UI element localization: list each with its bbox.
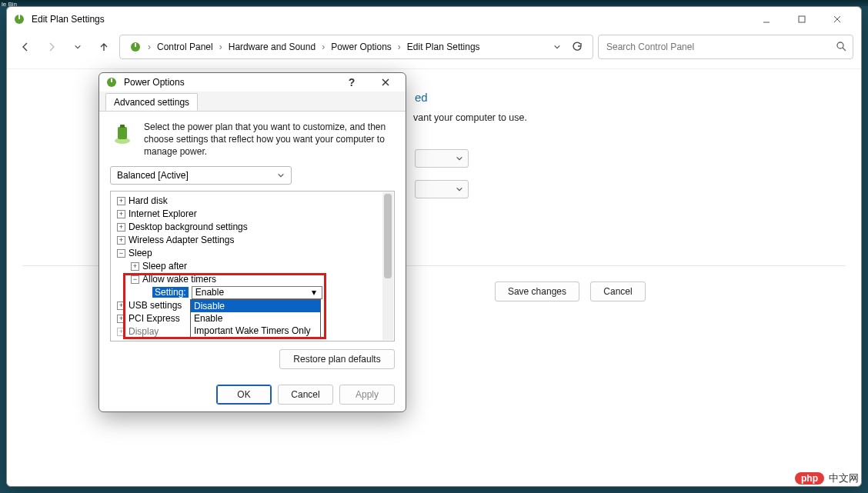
close-button[interactable] — [820, 8, 855, 31]
svg-rect-1 — [18, 15, 20, 19]
dialog-intro-text: Select the power plan that you want to c… — [144, 121, 395, 158]
chevron-down-icon — [277, 172, 285, 179]
expand-icon[interactable]: + — [117, 301, 125, 310]
window-title: Edit Plan Settings — [32, 14, 749, 25]
search-bar[interactable] — [598, 35, 853, 59]
dialog-body: Select the power plan that you want to c… — [99, 112, 406, 377]
expand-icon[interactable]: + — [117, 328, 125, 336]
chevron-right-icon: › — [218, 42, 224, 52]
tree-label: Sleep after — [142, 261, 187, 271]
tree-node-wake-timers[interactable]: −Allow wake timers — [112, 273, 392, 286]
nav-row: › Control Panel › Hardware and Sound › P… — [7, 32, 861, 62]
tree-label: USB settings — [129, 300, 182, 311]
tree-label: PCI Express — [129, 313, 180, 324]
minimize-button[interactable] — [749, 8, 784, 31]
save-changes-button[interactable]: Save changes — [495, 281, 579, 301]
breadcrumb[interactable]: Edit Plan Settings — [404, 40, 483, 54]
breadcrumb[interactable]: Power Options — [328, 40, 395, 54]
battery-icon — [110, 121, 135, 145]
scrollbar-thumb[interactable] — [384, 194, 392, 278]
collapse-icon[interactable]: − — [131, 275, 139, 284]
power-plan-select[interactable]: Balanced [Active] — [110, 166, 292, 185]
tree-label: Hard disk — [129, 195, 168, 206]
tab-strip: Advanced settings — [99, 92, 406, 112]
scrollbar[interactable] — [382, 192, 393, 340]
search-icon[interactable] — [836, 41, 846, 54]
ok-button[interactable]: OK — [216, 385, 272, 405]
breadcrumb[interactable]: Control Panel — [154, 40, 216, 54]
settings-tree[interactable]: +Hard disk +Internet Explorer +Desktop b… — [110, 191, 395, 341]
tree-node-wifi[interactable]: +Wireless Adapter Settings — [112, 234, 392, 247]
up-button[interactable] — [93, 36, 115, 58]
svg-rect-11 — [111, 78, 112, 82]
refresh-icon[interactable] — [568, 42, 586, 52]
dropdown-option-disable[interactable]: Disable — [191, 300, 320, 312]
tree-label: Desktop background settings — [129, 222, 248, 232]
watermark-text: 中文网 — [829, 471, 859, 485]
power-icon — [105, 76, 118, 88]
back-button[interactable] — [15, 36, 36, 58]
chevron-right-icon: › — [146, 42, 152, 52]
select-fragment[interactable] — [415, 149, 469, 168]
chevron-right-icon: › — [396, 42, 402, 52]
expand-icon[interactable]: + — [117, 223, 125, 232]
dialog-cancel-button[interactable]: Cancel — [278, 385, 333, 405]
restore-defaults-button[interactable]: Restore plan defaults — [279, 349, 395, 369]
apply-button[interactable]: Apply — [339, 385, 395, 405]
page-text-fragment: vant your computer to use. — [413, 112, 527, 123]
expand-icon[interactable]: + — [117, 236, 125, 245]
tree-label: Internet Explorer — [129, 208, 197, 219]
svg-rect-7 — [135, 43, 136, 47]
power-icon — [13, 13, 25, 25]
watermark-pill: php — [795, 472, 824, 485]
power-plan-value: Balanced [Active] — [117, 170, 189, 181]
forward-button[interactable] — [41, 36, 62, 58]
svg-rect-3 — [799, 16, 805, 22]
tree-node-sleep[interactable]: −Sleep — [112, 247, 392, 260]
expand-icon[interactable]: + — [131, 262, 139, 271]
page-heading-fragment: ed — [415, 91, 428, 104]
svg-rect-15 — [118, 127, 127, 139]
tree-node-hard-disk[interactable]: +Hard disk — [112, 195, 392, 208]
collapse-icon[interactable]: − — [117, 249, 125, 258]
power-icon — [126, 41, 145, 53]
tree-node-desktop-bg[interactable]: +Desktop background settings — [112, 221, 392, 234]
tab-advanced-settings[interactable]: Advanced settings — [105, 93, 198, 111]
search-input[interactable] — [605, 41, 833, 53]
cancel-button[interactable]: Cancel — [590, 281, 646, 301]
tree-node-sleep-after[interactable]: +Sleep after — [112, 260, 392, 273]
maximize-button[interactable] — [784, 8, 820, 31]
tree-label: Allow wake timers — [142, 274, 216, 285]
setting-row: Setting: Enable ▾ — [112, 286, 392, 299]
svg-point-8 — [837, 42, 843, 48]
dialog-title: Power Options — [124, 77, 332, 88]
chevron-right-icon: › — [320, 42, 326, 52]
dropdown-option-enable[interactable]: Enable — [191, 312, 320, 325]
chevron-down-icon: ▾ — [309, 287, 319, 298]
dialog-titlebar: Power Options ? — [99, 73, 406, 92]
wake-timers-combo[interactable]: Enable ▾ — [192, 286, 322, 299]
watermark: php 中文网 — [795, 471, 859, 485]
expand-icon[interactable]: + — [117, 210, 125, 218]
breadcrumb[interactable]: Hardware and Sound — [225, 40, 319, 54]
expand-icon[interactable]: + — [117, 315, 125, 323]
expand-icon[interactable]: + — [117, 197, 125, 205]
recent-dropdown-button[interactable] — [67, 36, 88, 58]
svg-rect-16 — [120, 125, 125, 128]
svg-line-9 — [843, 48, 846, 51]
help-button[interactable]: ? — [338, 73, 366, 92]
titlebar: Edit Plan Settings — [7, 7, 861, 32]
address-bar[interactable]: › Control Panel › Hardware and Sound › P… — [119, 35, 593, 59]
dialog-close-button[interactable] — [372, 73, 399, 92]
tree-label: Display — [129, 326, 159, 337]
power-options-dialog: Power Options ? Advanced settings Select… — [98, 72, 406, 412]
tree-node-ie[interactable]: +Internet Explorer — [112, 208, 392, 221]
combo-value: Enable — [195, 287, 224, 298]
select-fragment[interactable] — [415, 180, 469, 198]
tree-label: Wireless Adapter Settings — [129, 235, 234, 245]
tree-label: Sleep — [129, 248, 152, 258]
dialog-footer: OK Cancel Apply — [99, 377, 406, 415]
dropdown-option-important-only[interactable]: Important Wake Timers Only — [191, 325, 320, 337]
wake-timers-dropdown[interactable]: Disable Enable Important Wake Timers Onl… — [190, 299, 321, 338]
chevron-down-icon[interactable] — [548, 43, 566, 51]
